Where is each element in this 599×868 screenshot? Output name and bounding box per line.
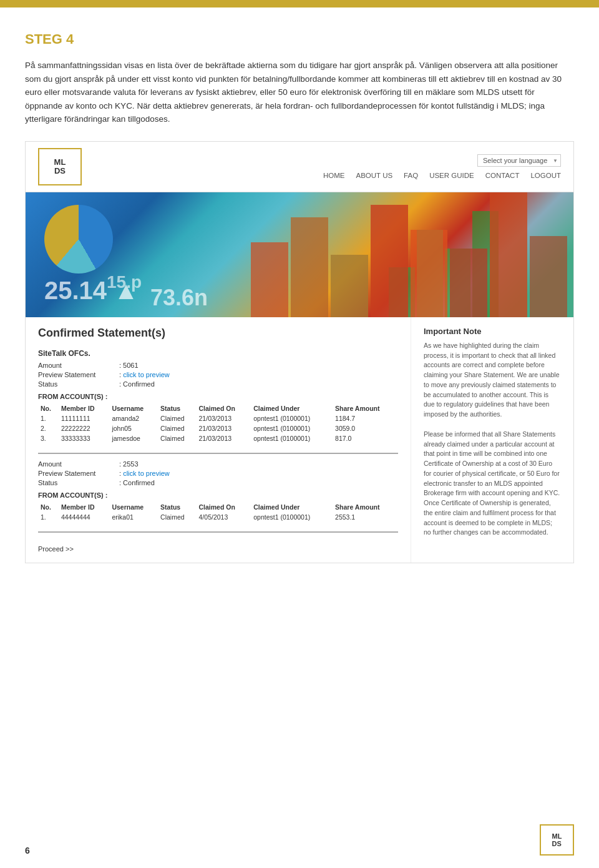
cell-share-amount: 3059.0 bbox=[333, 423, 398, 433]
mockup-header: MLDS Select your language HOME ABOUT US … bbox=[26, 142, 573, 192]
cell-username: erika01 bbox=[109, 512, 158, 522]
amount-label-1: Amount bbox=[38, 362, 119, 369]
step-title: STEG 4 bbox=[25, 31, 574, 47]
statement-block-1: SiteTalk OFCs. Amount : 5061 Preview Sta… bbox=[38, 349, 398, 443]
cell-no: 1. bbox=[38, 512, 59, 522]
th-claimed-on: Claimed On bbox=[197, 502, 251, 512]
th-member-id: Member ID bbox=[59, 403, 110, 413]
chart-number-3: 73.6n bbox=[150, 285, 208, 311]
bar-chart bbox=[245, 192, 573, 317]
bar-7 bbox=[490, 192, 527, 317]
cell-claimed-on: 21/03/2013 bbox=[197, 433, 251, 443]
important-note-para-2: Please be informed that all Share Statem… bbox=[424, 430, 561, 538]
language-select[interactable]: Select your language bbox=[477, 154, 561, 167]
field-status-2: Status : Confirmed bbox=[38, 479, 398, 486]
preview-value-2[interactable]: : click to preview bbox=[119, 470, 170, 477]
statements-panel: Confirmed Statement(s) SiteTalk OFCs. Am… bbox=[26, 317, 411, 563]
divider-2 bbox=[38, 531, 398, 533]
bar-2 bbox=[291, 217, 328, 317]
content-area: STEG 4 På sammanfattningssidan visas en … bbox=[25, 31, 574, 563]
nav-about-us[interactable]: ABOUT US bbox=[356, 172, 393, 179]
th-share-amount: Share Amount bbox=[333, 502, 398, 512]
status-value-2: : Confirmed bbox=[119, 479, 155, 486]
field-preview-1: Preview Statement : click to preview bbox=[38, 371, 398, 378]
cell-member-id: 44444444 bbox=[59, 512, 110, 522]
table-row: 2. 22222222 john05 Claimed 21/03/2013 op… bbox=[38, 423, 398, 433]
top-gold-bar bbox=[0, 0, 599, 7]
chart-banner: 25.14 ▲ 15.p 73.6n bbox=[26, 192, 573, 317]
nav-home[interactable]: HOME bbox=[323, 172, 345, 179]
cell-claimed-under: opntest1 (0100001) bbox=[251, 423, 333, 433]
cell-member-id: 33333333 bbox=[59, 433, 110, 443]
cell-status: Claimed bbox=[158, 433, 196, 443]
mockup-body: Confirmed Statement(s) SiteTalk OFCs. Am… bbox=[26, 317, 573, 563]
divider-1 bbox=[38, 453, 398, 454]
cell-username: amanda2 bbox=[109, 413, 158, 423]
table-row: 1. 44444444 erika01 Claimed 4/05/2013 op… bbox=[38, 512, 398, 522]
preview-label-1: Preview Statement bbox=[38, 371, 119, 378]
th-status: Status bbox=[158, 403, 196, 413]
field-amount-1: Amount : 5061 bbox=[38, 362, 398, 369]
cell-claimed-under: opntest1 (0100001) bbox=[251, 512, 333, 522]
accounts-table-2: No. Member ID Username Status Claimed On… bbox=[38, 502, 398, 522]
cell-no: 2. bbox=[38, 423, 59, 433]
field-preview-2: Preview Statement : click to preview bbox=[38, 470, 398, 477]
proceed-link[interactable]: Proceed >> bbox=[38, 545, 74, 553]
nav-area: Select your language HOME ABOUT US FAQ U… bbox=[323, 154, 561, 179]
bottom-logo-text: MLDS bbox=[552, 832, 562, 847]
cell-claimed-on: 21/03/2013 bbox=[197, 423, 251, 433]
cell-status: Claimed bbox=[158, 413, 196, 423]
from-account-label-2: FROM ACCOUNT(S) : bbox=[38, 491, 398, 499]
cell-share-amount: 817.0 bbox=[333, 433, 398, 443]
main-nav: HOME ABOUT US FAQ USER GUIDE CONTACT LOG… bbox=[323, 172, 561, 179]
mlds-logo: MLDS bbox=[38, 148, 82, 185]
cell-status: Claimed bbox=[158, 423, 196, 433]
cell-member-id: 11111111 bbox=[59, 413, 110, 423]
table-header-row-2: No. Member ID Username Status Claimed On… bbox=[38, 502, 398, 512]
statement-block-2: Amount : 2553 Preview Statement : click … bbox=[38, 460, 398, 522]
accounts-table-1: No. Member ID Username Status Claimed On… bbox=[38, 403, 398, 443]
status-label-2: Status bbox=[38, 479, 119, 486]
statement-site-name-1: SiteTalk OFCs. bbox=[38, 349, 398, 358]
important-note-panel: Important Note As we have highlighted du… bbox=[411, 317, 573, 563]
language-select-wrapper[interactable]: Select your language bbox=[477, 154, 561, 167]
bar-1 bbox=[251, 242, 288, 317]
nav-faq[interactable]: FAQ bbox=[404, 172, 418, 179]
amount-value-1: : 5061 bbox=[119, 362, 139, 369]
important-note-title: Important Note bbox=[424, 327, 561, 336]
th-claimed-under: Claimed Under bbox=[251, 403, 333, 413]
th-claimed-under: Claimed Under bbox=[251, 502, 333, 512]
nav-user-guide[interactable]: USER GUIDE bbox=[429, 172, 474, 179]
status-label-1: Status bbox=[38, 380, 119, 388]
nav-logout[interactable]: LOGOUT bbox=[530, 172, 561, 179]
website-mockup: MLDS Select your language HOME ABOUT US … bbox=[25, 141, 574, 563]
th-claimed-on: Claimed On bbox=[197, 403, 251, 413]
cell-claimed-under: opntest1 (0100001) bbox=[251, 413, 333, 423]
status-value-1: : Confirmed bbox=[119, 380, 155, 388]
cell-username: jamesdoe bbox=[109, 433, 158, 443]
page-wrapper: STEG 4 På sammanfattningssidan visas en … bbox=[0, 0, 599, 868]
bar-6 bbox=[450, 249, 487, 317]
preview-value-1[interactable]: : click to preview bbox=[119, 371, 170, 378]
logo-text: MLDS bbox=[54, 158, 66, 176]
table-row: 3. 33333333 jamesdoe Claimed 21/03/2013 … bbox=[38, 433, 398, 443]
important-note-para-1: As we have highlighted during the claim … bbox=[424, 341, 561, 420]
cell-claimed-on: 4/05/2013 bbox=[197, 512, 251, 522]
th-status: Status bbox=[158, 502, 196, 512]
table-header-row-1: No. Member ID Username Status Claimed On… bbox=[38, 403, 398, 413]
intro-text: På sammanfattningssidan visas en lista ö… bbox=[25, 59, 574, 126]
page-number: 6 bbox=[25, 846, 30, 856]
cell-status: Claimed bbox=[158, 512, 196, 522]
th-member-id: Member ID bbox=[59, 502, 110, 512]
th-username: Username bbox=[109, 403, 158, 413]
bar-8 bbox=[530, 236, 567, 317]
th-share-amount: Share Amount bbox=[333, 403, 398, 413]
cell-username: john05 bbox=[109, 423, 158, 433]
cell-claimed-on: 21/03/2013 bbox=[197, 413, 251, 423]
bottom-logo: MLDS bbox=[540, 824, 574, 856]
pie-chart bbox=[44, 205, 113, 274]
nav-contact[interactable]: CONTACT bbox=[485, 172, 520, 179]
th-no: No. bbox=[38, 502, 59, 512]
bar-3 bbox=[331, 255, 368, 317]
bar-4 bbox=[371, 205, 408, 317]
